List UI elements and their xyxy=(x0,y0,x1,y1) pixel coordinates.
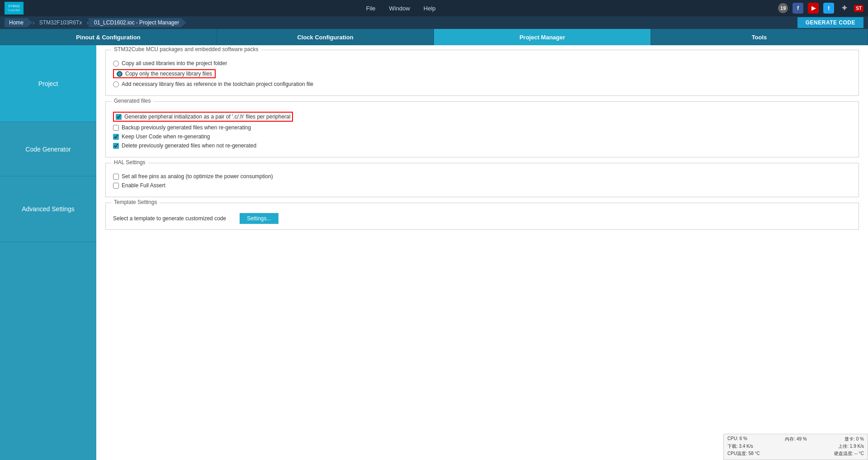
status-row-2: 下载: 3.4 K/s 上传: 1.9 K/s xyxy=(727,443,864,450)
checkbox-full-assert-input[interactable] xyxy=(113,183,119,189)
checkbox-keep-user-code-label: Keep User Code when re-generating xyxy=(122,133,210,140)
template-settings-button[interactable]: Settings... xyxy=(240,213,278,224)
tab-clock[interactable]: Clock Configuration xyxy=(217,29,434,45)
checkbox-free-pins-label: Set all free pins as analog (to optimize… xyxy=(122,173,273,180)
template-label: Select a template to generate customized… xyxy=(113,215,226,222)
sidebar-project-label: Project xyxy=(38,80,58,87)
star-icon[interactable]: ✦ xyxy=(839,3,849,14)
checkbox-keep-user-code[interactable]: Keep User Code when re-generating xyxy=(113,133,851,140)
radio-add-reference[interactable]: Add necessary library files as reference… xyxy=(113,81,851,87)
hal-settings-section: HAL Settings Set all free pins as analog… xyxy=(105,163,859,197)
sidebar-advsettings-label: Advanced Settings xyxy=(22,205,75,213)
logo-area: STM32 CubeMX xyxy=(5,2,24,14)
checkbox-delete-prev[interactable]: Delete previously generated files when n… xyxy=(113,142,851,149)
radio-copy-necessary-highlight: Copy only the necessary library files xyxy=(113,69,216,78)
mcu-packages-title: STM32Cube MCU packages and embedded soft… xyxy=(111,46,261,52)
title-icons: 19 f ▶ t ✦ ST xyxy=(778,3,863,14)
radio-copy-all[interactable]: Copy all used libraries into the project… xyxy=(113,60,851,66)
radio-copy-all-input[interactable] xyxy=(113,61,119,66)
breadcrumb-chip[interactable]: STM32F103R6Tx xyxy=(35,19,87,26)
radio-add-reference-label: Add necessary library files as reference… xyxy=(122,81,313,87)
status-disk-temp: 硬盘温度: -- °C xyxy=(834,451,864,457)
status-bar: CPU: 6 % 内存: 49 % 显卡: 0 % 下载: 3.4 K/s 上传… xyxy=(723,434,868,460)
checkbox-peripheral-init-label: Generate peripheral initialization as a … xyxy=(124,114,290,120)
checkbox-free-pins[interactable]: Set all free pins as analog (to optimize… xyxy=(113,173,851,180)
radio-copy-all-label: Copy all used libraries into the project… xyxy=(122,60,227,66)
title-menu: File Window Help xyxy=(29,5,773,12)
breadcrumb-bar: Home › STM32F103R6Tx › 01_LCD1602.ioc - … xyxy=(0,16,868,29)
checkbox-backup-label: Backup previously generated files when r… xyxy=(122,124,251,131)
radio-copy-necessary-label: Copy only the necessary library files xyxy=(125,71,212,77)
app-logo: STM32 CubeMX xyxy=(5,2,24,14)
mcu-packages-section: STM32Cube MCU packages and embedded soft… xyxy=(105,50,859,96)
radio-copy-necessary-input[interactable] xyxy=(117,71,123,77)
generated-files-section: Generated files Generate peripheral init… xyxy=(105,101,859,157)
sidebar-codegen-label: Code Generator xyxy=(25,146,71,153)
checkbox-full-assert-label: Enable Full Assert xyxy=(122,182,165,189)
template-settings-title: Template Settings xyxy=(111,199,160,205)
facebook-icon[interactable]: f xyxy=(793,3,803,14)
youtube-icon[interactable]: ▶ xyxy=(808,3,819,14)
breadcrumb-arrow2: › xyxy=(86,19,89,26)
titlebar: STM32 CubeMX File Window Help 19 f ▶ t ✦… xyxy=(0,0,868,16)
sidebar: Project Code Generator Advanced Settings xyxy=(0,45,96,460)
template-settings-section: Template Settings Select a template to g… xyxy=(105,203,859,230)
template-row: Select a template to generate customized… xyxy=(113,213,851,224)
checkbox-peripheral-init-input[interactable] xyxy=(116,114,122,120)
generated-files-title: Generated files xyxy=(111,98,153,104)
status-cpu-temp: CPU温度: 58 °C xyxy=(727,451,760,457)
logo-line2: CubeMX xyxy=(8,9,20,12)
sidebar-item-advsettings[interactable]: Advanced Settings xyxy=(0,176,96,242)
peripheral-init-highlight: Generate peripheral initialization as a … xyxy=(113,112,293,122)
checkbox-full-assert[interactable]: Enable Full Assert xyxy=(113,182,851,189)
radio-add-reference-input[interactable] xyxy=(113,81,119,87)
radio-copy-necessary[interactable]: Copy only the necessary library files xyxy=(113,69,851,78)
tab-pinout[interactable]: Pinout & Configuration xyxy=(0,29,217,45)
status-upload: 上传: 1.9 K/s xyxy=(838,443,864,450)
checkbox-backup[interactable]: Backup previously generated files when r… xyxy=(113,124,851,131)
checkbox-backup-input[interactable] xyxy=(113,125,119,131)
checkbox-delete-prev-label: Delete previously generated files when n… xyxy=(122,142,256,149)
menu-window[interactable]: Window xyxy=(389,5,410,12)
checkbox-peripheral-init[interactable]: Generate peripheral initialization as a … xyxy=(113,112,851,122)
sidebar-item-codegen[interactable]: Code Generator xyxy=(0,122,96,176)
hal-settings-title: HAL Settings xyxy=(111,159,148,166)
logo-line1: STM32 xyxy=(8,5,20,9)
breadcrumb-home[interactable]: Home xyxy=(5,18,33,27)
twitter-icon[interactable]: t xyxy=(823,3,834,14)
status-row-1: CPU: 6 % 内存: 49 % 显卡: 0 % xyxy=(727,436,864,442)
status-download: 下载: 3.4 K/s xyxy=(727,443,753,450)
tab-bar: Pinout & Configuration Clock Configurati… xyxy=(0,29,868,45)
version-icon: 19 xyxy=(778,3,788,13)
status-row-3: CPU温度: 58 °C 硬盘温度: -- °C xyxy=(727,451,864,457)
checkbox-free-pins-input[interactable] xyxy=(113,174,119,180)
st-logo: ST xyxy=(854,5,863,12)
checkbox-keep-user-code-input[interactable] xyxy=(113,134,119,140)
breadcrumb-project[interactable]: 01_LCD1602.ioc - Project Manager xyxy=(89,18,186,27)
tab-project-manager[interactable]: Project Manager xyxy=(434,29,651,45)
status-gpu: 显卡: 0 % xyxy=(844,436,864,442)
checkbox-delete-prev-input[interactable] xyxy=(113,143,119,149)
tab-tools[interactable]: Tools xyxy=(651,29,868,45)
menu-help[interactable]: Help xyxy=(424,5,436,12)
menu-file[interactable]: File xyxy=(366,5,376,12)
generate-code-button[interactable]: GENERATE CODE xyxy=(797,17,863,28)
main-area: Project Code Generator Advanced Settings… xyxy=(0,45,868,460)
sidebar-item-project[interactable]: Project xyxy=(0,45,96,122)
status-cpu: CPU: 6 % xyxy=(727,436,747,442)
status-memory: 内存: 49 % xyxy=(785,436,807,442)
content-area: STM32Cube MCU packages and embedded soft… xyxy=(96,45,868,460)
